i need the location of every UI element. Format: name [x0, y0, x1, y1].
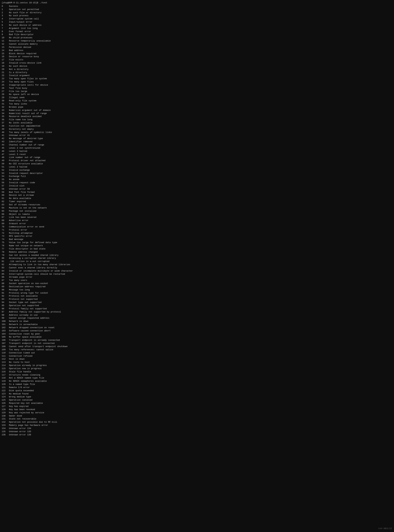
line-number: 28	[2, 93, 6, 96]
line-number: 128	[2, 408, 6, 411]
line-text: Attempting to link in too many shared li…	[6, 263, 70, 266]
line-text: No buffer space available	[6, 336, 41, 339]
line-text: State not recoverable	[6, 417, 36, 421]
line-number: 59	[2, 191, 6, 194]
line-number: 67	[2, 216, 6, 219]
line-text: Block device required	[6, 52, 36, 55]
line-text: No space left on device	[6, 93, 39, 96]
line-number: 3	[2, 14, 6, 17]
terminal-line: 10 No child processes	[2, 36, 392, 39]
line-text: Too many levels of symbolic links	[6, 131, 52, 134]
terminal-line: 35 Resource deadlock avoided	[2, 115, 392, 118]
line-text: Network is unreachable	[6, 323, 38, 326]
line-number: 118	[2, 377, 6, 380]
line-text: No CSI structure available	[6, 162, 43, 165]
terminal-line: 50 No CSI structure available	[2, 162, 392, 165]
line-number: 17	[2, 58, 6, 62]
line-text: Address already in use	[6, 314, 38, 317]
line-text: Protocol wrong type for socket	[6, 292, 48, 295]
terminal-line: 39 Directory not empty	[2, 128, 392, 131]
line-number: 10	[2, 36, 6, 39]
line-text: Resource deadlock avoided	[6, 115, 41, 118]
line-text: Owner died	[6, 415, 22, 418]
line-number: 131	[2, 417, 6, 421]
line-number: 103	[2, 329, 6, 332]
terminal-line: 101 Network is unreachable	[2, 323, 392, 326]
terminal-line: 78 Remote address changed	[2, 251, 392, 254]
line-text: Invalid slot	[6, 184, 25, 188]
line-number: 120	[2, 383, 6, 386]
line-text: Wrong medium type	[6, 395, 31, 399]
terminal-line: 84 Invalid or incomplete multibyte or wi…	[2, 269, 392, 273]
line-number: 37	[2, 121, 6, 125]
terminal-line: 34 Numerical result out of range	[2, 112, 392, 115]
line-number: 46	[2, 150, 6, 153]
terminal-line: 38 Function not implemented	[2, 125, 392, 128]
terminal-line: 61 No data available	[2, 197, 392, 200]
terminal-line: 127 Key has expired	[2, 405, 392, 408]
terminal-line: 55 No anode	[2, 178, 392, 181]
line-number: 62	[2, 200, 6, 203]
terminal-line: 75 Value too large for defined data type	[2, 241, 392, 244]
terminal-line: 48 Link number out of range	[2, 156, 392, 159]
line-text: Message too long	[6, 288, 30, 292]
line-number: 71	[2, 229, 6, 232]
terminal-line: 30 Read-only file system	[2, 99, 392, 102]
line-text: Invalid cross-device link	[6, 62, 41, 65]
line-text: Interrupted system call	[6, 17, 39, 21]
terminal-line: 112 Host is down	[2, 358, 392, 361]
line-number: 52	[2, 169, 6, 172]
line-text: No locks available	[6, 121, 32, 125]
line-text: Network dropped connection on reset	[6, 326, 55, 329]
watermark: CSDN @梅岳之芸	[378, 527, 392, 530]
terminal-line: 69 Srmount error	[2, 222, 392, 225]
line-number: 87	[2, 279, 6, 282]
line-text: File too large	[6, 90, 27, 93]
terminal-line: 123 No medium found	[2, 392, 392, 395]
line-text: Address family not supported by protocol	[6, 311, 61, 314]
line-text: Operation already in progress	[6, 364, 47, 367]
terminal-line: 44 Channel number out of range	[2, 143, 392, 147]
line-number: 41	[2, 134, 6, 137]
line-number: 85	[2, 273, 6, 276]
terminal-line: 27 File too large	[2, 90, 392, 93]
line-number: 80	[2, 257, 6, 260]
terminal-line: 53 Invalid request descriptor	[2, 172, 392, 175]
terminal-line: 122 Disk quota exceeded	[2, 389, 392, 392]
terminal-line: 0 Success	[2, 5, 392, 8]
line-text: .lib section in a.out corrupted	[6, 260, 49, 263]
line-number: 94	[2, 301, 6, 304]
line-text: Name not unique on network	[6, 244, 43, 248]
line-text: Operation not permitted	[6, 8, 39, 11]
line-text: Bad address	[6, 49, 23, 52]
line-text: No message of desired type	[6, 137, 43, 140]
terminal-line: 100 Network is down	[2, 320, 392, 323]
terminal-line: 37 No locks available	[2, 121, 392, 125]
line-number: 84	[2, 269, 6, 273]
line-text: Protocol driver not attached	[6, 159, 46, 162]
line-number: 107	[2, 342, 6, 345]
line-number: 40	[2, 131, 6, 134]
line-number: 98	[2, 314, 6, 317]
terminal-line: 118 Not a XENIX named type file	[2, 377, 392, 380]
terminal-line: 130 Owner died	[2, 415, 392, 418]
terminal-line: 109 Too many references: cannot splice	[2, 348, 392, 351]
line-number: 81	[2, 260, 6, 263]
line-text: Level 2 not synchronized	[6, 147, 40, 150]
terminal-line: 136 Unknown error 136	[2, 433, 392, 437]
line-number: 39	[2, 128, 6, 131]
terminal-line: 93 Protocol not supported	[2, 298, 392, 301]
line-text: Operation now in progress	[6, 367, 41, 370]
line-text: Operation canceled	[6, 399, 32, 402]
line-text: Cannot allocate memory	[6, 43, 38, 46]
terminal-line: 9 Bad file descriptor	[2, 33, 392, 36]
terminal-line: 115 Operation now in progress	[2, 367, 392, 370]
terminal-window: [zhup@VM-8-11.centos 10-15]$ ./test 0 Su…	[2, 1, 392, 436]
terminal-line: 20 Not a directory	[2, 68, 392, 71]
line-text: Read-only file system	[6, 99, 36, 102]
terminal-line: 72 Multihop attempted	[2, 232, 392, 235]
line-text: Required key not available	[6, 402, 43, 405]
line-text: Interrupted system call should be restar…	[6, 273, 65, 276]
terminal-line: 132 Operation not possible due to RF-kil…	[2, 421, 392, 424]
terminal-line: 57 Invalid slot	[2, 184, 392, 188]
